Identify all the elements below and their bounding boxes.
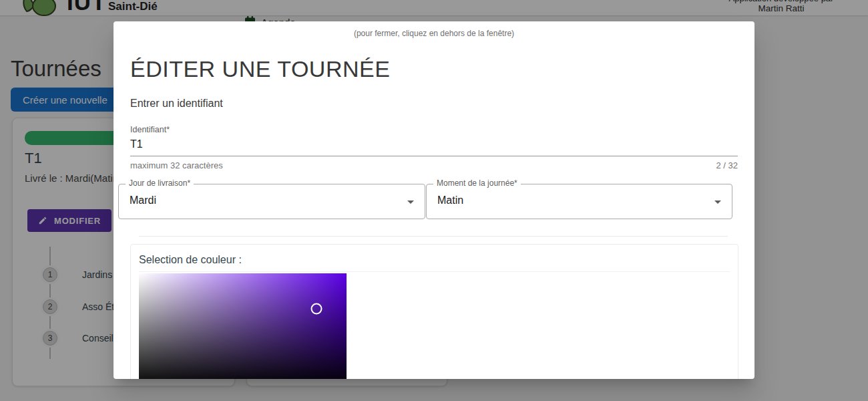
identifiant-helper: maximum 32 caractères xyxy=(130,160,223,170)
color-picker-cursor[interactable] xyxy=(311,303,322,315)
moment-select-label: Moment de la journée* xyxy=(433,178,521,188)
edit-tour-dialog: (pour fermer, cliquez en dehors de la fe… xyxy=(114,21,754,379)
divider xyxy=(139,271,730,272)
close-hint: (pour fermer, cliquez en dehors de la fe… xyxy=(114,29,754,38)
day-select[interactable]: Jour de livraison* Mardi xyxy=(118,184,425,219)
divider xyxy=(139,236,728,237)
chevron-down-icon xyxy=(407,200,414,204)
color-picker-card: Selection de couleur : xyxy=(130,244,738,379)
identifiant-input[interactable]: T1 xyxy=(130,138,738,150)
identifiant-underline xyxy=(130,156,738,156)
modal-title: ÉDITER UNE TOURNÉE xyxy=(130,56,390,82)
moment-select-value: Matin xyxy=(437,194,463,207)
identifiant-counter: 2 / 32 xyxy=(716,160,738,170)
moment-select[interactable]: Moment de la journée* Matin xyxy=(426,184,732,219)
modal-subtitle: Entrer un identifiant xyxy=(130,98,223,110)
day-select-value: Mardi xyxy=(130,194,156,207)
color-section-title: Selection de couleur : xyxy=(139,254,242,266)
chevron-down-icon xyxy=(714,200,721,204)
color-saturation-gradient[interactable] xyxy=(139,273,347,379)
identifiant-label: Identifiant* xyxy=(130,125,170,134)
day-select-label: Jour de livraison* xyxy=(126,178,194,188)
